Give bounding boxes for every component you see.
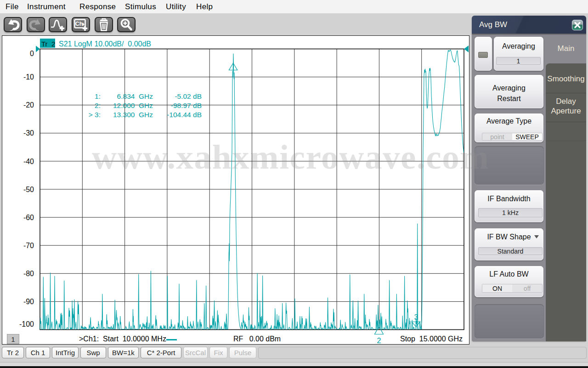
svg-text:Ch: Ch [75,21,83,27]
